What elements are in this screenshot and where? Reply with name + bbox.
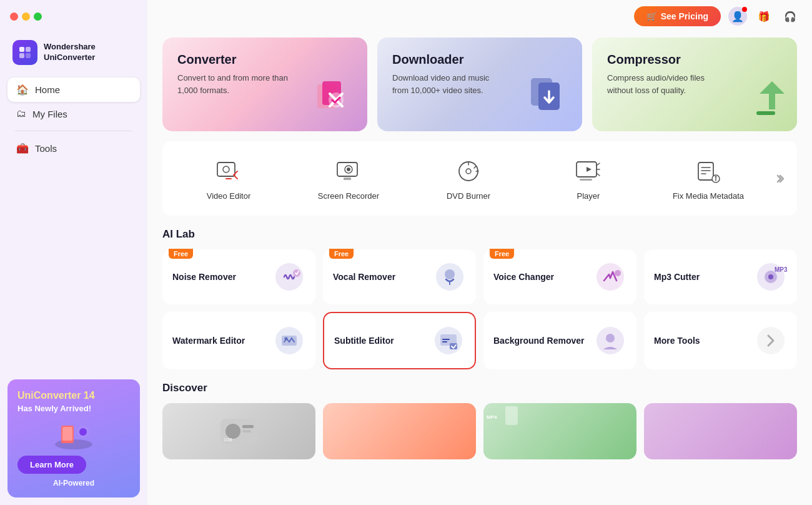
myfiles-icon: 🗂	[16, 108, 26, 119]
svg-rect-18	[344, 178, 351, 180]
promo-illustration	[49, 419, 99, 451]
subtitle-editor-icon	[432, 324, 465, 357]
discover-card-1[interactable]: 1GB	[162, 403, 315, 459]
svg-point-27	[715, 176, 717, 178]
downloader-icon	[526, 75, 576, 125]
ai-card-voice-changer[interactable]: Free Voice Changer	[483, 249, 636, 304]
svg-rect-2	[19, 53, 24, 58]
svg-point-41	[285, 338, 288, 341]
screen-recorder-label: Screen Recorder	[318, 191, 379, 201]
promo-title: UniConverter 14	[17, 389, 130, 402]
svg-point-46	[606, 334, 615, 342]
mp3-cutter-icon: MP3	[755, 261, 787, 293]
app-name: Wondershare UniConverter	[44, 42, 96, 63]
hero-card-downloader[interactable]: Downloader Download video and music from…	[377, 38, 582, 131]
myfiles-label: My Files	[32, 109, 67, 119]
vocal-remover-free-badge: Free	[329, 249, 354, 259]
watermark-editor-icon	[273, 324, 305, 357]
sidebar-item-tools[interactable]: 🧰 Tools	[7, 136, 140, 161]
discover-card-3-image: MP4	[483, 403, 521, 428]
noise-remover-label: Noise Remover	[172, 272, 236, 282]
ai-card-mp3-cutter[interactable]: Mp3 Cutter MP3	[644, 249, 797, 304]
voice-changer-label: Voice Changer	[493, 272, 554, 282]
downloader-desc: Download video and music from 10,000+ vi…	[392, 72, 505, 96]
sidebar: Wondershare UniConverter 🏠 Home 🗂 My Fil…	[0, 0, 147, 505]
svg-point-31	[445, 269, 455, 279]
svg-rect-14	[756, 111, 775, 115]
logo-area: Wondershare UniConverter	[0, 32, 147, 72]
tool-screen-recorder[interactable]: Screen Recorder	[289, 151, 408, 206]
content-area: Converter Convert to and from more than …	[147, 0, 812, 474]
compressor-desc: Compress audio/video files without loss …	[607, 72, 720, 96]
gift-button[interactable]: 🎁	[755, 7, 773, 26]
svg-text:MP3: MP3	[775, 266, 787, 273]
user-account-button[interactable]: 👤	[728, 7, 747, 26]
promo-subtitle: Has Newly Arrived!	[17, 404, 130, 413]
topbar: 🛒 See Pricing 👤 🎁 🎧	[621, 0, 812, 32]
svg-rect-51	[242, 430, 251, 432]
support-button[interactable]: 🎧	[781, 7, 800, 26]
tools-label: Tools	[35, 143, 57, 154]
ai-card-watermark-editor[interactable]: Watermark Editor	[162, 312, 315, 369]
more-tools-label: More Tools	[654, 336, 700, 346]
player-label: Player	[577, 191, 600, 201]
subtitle-editor-label: Subtitle Editor	[334, 336, 394, 346]
tool-video-editor[interactable]: Video Editor	[169, 151, 289, 206]
ai-card-more-tools[interactable]: More Tools	[644, 312, 797, 369]
app-product-line2: UniConverter	[44, 52, 96, 63]
learn-more-button[interactable]: Learn More	[17, 456, 86, 474]
ai-card-noise-remover[interactable]: Free Noise Remover	[162, 249, 315, 304]
ai-card-vocal-remover[interactable]: Free Vocal Remover	[323, 249, 476, 304]
quick-tools-row: Video Editor Screen Recorder	[162, 141, 797, 216]
voice-changer-icon	[594, 261, 626, 293]
promo-footer-label: AI-Powered	[17, 479, 130, 488]
noise-remover-icon	[273, 261, 305, 293]
video-editor-label: Video Editor	[207, 191, 251, 201]
sidebar-item-home[interactable]: 🏠 Home	[7, 78, 140, 102]
svg-rect-6	[62, 427, 72, 441]
gift-icon: 🎁	[758, 11, 770, 22]
svg-rect-40	[282, 336, 297, 346]
dvd-burner-icon	[453, 156, 483, 186]
svg-rect-25	[698, 162, 713, 180]
ai-card-subtitle-editor[interactable]: Subtitle Editor	[323, 312, 476, 369]
headphone-icon: 🎧	[784, 11, 796, 22]
hero-cards-row: Converter Convert to and from more than …	[162, 38, 797, 131]
watermark-editor-label: Watermark Editor	[172, 336, 245, 346]
svg-point-22	[466, 169, 471, 174]
downloader-title: Downloader	[392, 52, 567, 67]
svg-text:1GB: 1GB	[224, 438, 232, 442]
nav-items: 🏠 Home 🗂 My Files 🧰 Tools	[0, 72, 147, 372]
nav-divider	[15, 131, 132, 131]
svg-rect-54	[505, 406, 518, 425]
tool-player[interactable]: Player	[528, 151, 648, 206]
converter-icon	[311, 75, 361, 125]
background-remover-label: Background Remover	[493, 336, 584, 346]
app-logo-icon	[12, 40, 37, 65]
maximize-button[interactable]	[34, 12, 42, 21]
more-quick-tools-button[interactable]	[768, 168, 791, 190]
screen-recorder-icon	[334, 156, 364, 186]
ai-card-background-remover[interactable]: Background Remover	[483, 312, 636, 369]
hero-card-compressor[interactable]: Compressor Compress audio/video files wi…	[592, 38, 797, 131]
svg-point-16	[223, 166, 229, 172]
converter-desc: Convert to and from more than 1,000 form…	[177, 72, 290, 96]
svg-point-47	[757, 327, 785, 354]
dvd-burner-label: DVD Burner	[447, 191, 490, 201]
sidebar-item-myfiles[interactable]: 🗂 My Files	[7, 102, 140, 126]
mp3-cutter-label: Mp3 Cutter	[654, 272, 700, 282]
see-pricing-button[interactable]: 🛒 See Pricing	[634, 6, 721, 26]
background-remover-icon	[594, 324, 626, 357]
tool-dvd-burner[interactable]: DVD Burner	[408, 151, 528, 206]
app-name-line1: Wondershare	[44, 42, 96, 52]
hero-card-converter[interactable]: Converter Convert to and from more than …	[162, 38, 367, 131]
tool-fix-media-metadata[interactable]: Fix Media Metadata	[648, 151, 768, 206]
svg-point-29	[293, 269, 300, 277]
vocal-remover-label: Vocal Remover	[333, 272, 395, 282]
close-button[interactable]	[10, 12, 18, 21]
discover-card-2[interactable]	[323, 403, 476, 459]
fix-media-metadata-icon	[693, 156, 723, 186]
discover-card-3[interactable]: MP4	[483, 403, 636, 459]
minimize-button[interactable]	[22, 12, 30, 21]
discover-card-4[interactable]	[644, 403, 797, 459]
